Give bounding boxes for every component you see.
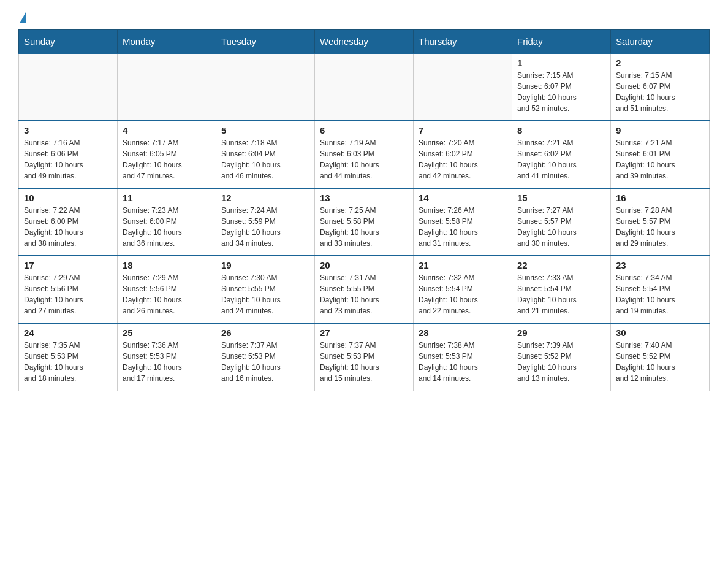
day-number: 12 — [221, 193, 309, 203]
day-info: Sunrise: 7:24 AM Sunset: 5:59 PM Dayligh… — [221, 205, 309, 249]
weekday-header-sunday: Sunday — [19, 30, 118, 54]
logo-triangle-icon — [20, 12, 26, 23]
calendar-cell-3: 3Sunrise: 7:16 AM Sunset: 6:06 PM Daylig… — [19, 121, 118, 188]
day-info: Sunrise: 7:23 AM Sunset: 6:00 PM Dayligh… — [123, 205, 211, 249]
day-info: Sunrise: 7:29 AM Sunset: 5:56 PM Dayligh… — [24, 272, 112, 316]
calendar-cell-25: 25Sunrise: 7:36 AM Sunset: 5:53 PM Dayli… — [118, 323, 216, 391]
day-info: Sunrise: 7:17 AM Sunset: 6:05 PM Dayligh… — [123, 137, 211, 182]
calendar-cell-12: 12Sunrise: 7:24 AM Sunset: 5:59 PM Dayli… — [216, 188, 315, 256]
page-header — [18, 12, 710, 23]
calendar-cell-empty — [414, 53, 512, 121]
calendar-cell-5: 5Sunrise: 7:18 AM Sunset: 6:04 PM Daylig… — [216, 121, 315, 188]
calendar-cell-23: 23Sunrise: 7:34 AM Sunset: 5:54 PM Dayli… — [611, 256, 710, 323]
day-info: Sunrise: 7:30 AM Sunset: 5:55 PM Dayligh… — [221, 272, 309, 316]
day-info: Sunrise: 7:34 AM Sunset: 5:54 PM Dayligh… — [616, 272, 704, 316]
day-info: Sunrise: 7:22 AM Sunset: 6:00 PM Dayligh… — [24, 205, 112, 249]
day-number: 14 — [419, 193, 507, 203]
day-info: Sunrise: 7:37 AM Sunset: 5:53 PM Dayligh… — [320, 340, 408, 384]
day-number: 22 — [517, 260, 605, 270]
calendar-cell-4: 4Sunrise: 7:17 AM Sunset: 6:05 PM Daylig… — [118, 121, 216, 188]
day-number: 20 — [320, 260, 408, 270]
day-info: Sunrise: 7:15 AM Sunset: 6:07 PM Dayligh… — [517, 70, 605, 114]
day-info: Sunrise: 7:27 AM Sunset: 5:57 PM Dayligh… — [517, 205, 605, 249]
day-number: 6 — [320, 125, 408, 136]
day-number: 4 — [123, 125, 211, 136]
day-number: 13 — [320, 193, 408, 203]
day-info: Sunrise: 7:15 AM Sunset: 6:07 PM Dayligh… — [616, 70, 704, 114]
calendar-cell-2: 2Sunrise: 7:15 AM Sunset: 6:07 PM Daylig… — [611, 53, 710, 121]
day-info: Sunrise: 7:21 AM Sunset: 6:01 PM Dayligh… — [616, 137, 704, 182]
week-row-3: 17Sunrise: 7:29 AM Sunset: 5:56 PM Dayli… — [19, 256, 710, 323]
day-number: 29 — [517, 327, 605, 338]
weekday-header-friday: Friday — [512, 30, 611, 54]
calendar-cell-21: 21Sunrise: 7:32 AM Sunset: 5:54 PM Dayli… — [414, 256, 512, 323]
day-info: Sunrise: 7:32 AM Sunset: 5:54 PM Dayligh… — [419, 272, 507, 316]
week-row-1: 3Sunrise: 7:16 AM Sunset: 6:06 PM Daylig… — [19, 121, 710, 188]
day-number: 27 — [320, 327, 408, 338]
day-number: 9 — [616, 125, 704, 136]
day-info: Sunrise: 7:40 AM Sunset: 5:52 PM Dayligh… — [616, 340, 704, 384]
day-number: 3 — [24, 125, 112, 136]
day-number: 18 — [123, 260, 211, 270]
calendar-cell-24: 24Sunrise: 7:35 AM Sunset: 5:53 PM Dayli… — [19, 323, 118, 391]
day-info: Sunrise: 7:33 AM Sunset: 5:54 PM Dayligh… — [517, 272, 605, 316]
day-number: 2 — [616, 58, 704, 68]
calendar-cell-22: 22Sunrise: 7:33 AM Sunset: 5:54 PM Dayli… — [512, 256, 611, 323]
calendar-cell-11: 11Sunrise: 7:23 AM Sunset: 6:00 PM Dayli… — [118, 188, 216, 256]
day-number: 28 — [419, 327, 507, 338]
calendar-cell-30: 30Sunrise: 7:40 AM Sunset: 5:52 PM Dayli… — [611, 323, 710, 391]
day-number: 5 — [221, 125, 309, 136]
day-info: Sunrise: 7:29 AM Sunset: 5:56 PM Dayligh… — [123, 272, 211, 316]
week-row-0: 1Sunrise: 7:15 AM Sunset: 6:07 PM Daylig… — [19, 53, 710, 121]
calendar-cell-empty — [118, 53, 216, 121]
day-number: 19 — [221, 260, 309, 270]
calendar-cell-empty — [315, 53, 414, 121]
calendar-cell-16: 16Sunrise: 7:28 AM Sunset: 5:57 PM Dayli… — [611, 188, 710, 256]
day-number: 1 — [517, 58, 605, 68]
day-info: Sunrise: 7:16 AM Sunset: 6:06 PM Dayligh… — [24, 137, 112, 182]
calendar-cell-13: 13Sunrise: 7:25 AM Sunset: 5:58 PM Dayli… — [315, 188, 414, 256]
day-info: Sunrise: 7:28 AM Sunset: 5:57 PM Dayligh… — [616, 205, 704, 249]
week-row-4: 24Sunrise: 7:35 AM Sunset: 5:53 PM Dayli… — [19, 323, 710, 391]
week-row-2: 10Sunrise: 7:22 AM Sunset: 6:00 PM Dayli… — [19, 188, 710, 256]
calendar-cell-8: 8Sunrise: 7:21 AM Sunset: 6:02 PM Daylig… — [512, 121, 611, 188]
logo — [18, 12, 26, 23]
day-number: 30 — [616, 327, 704, 338]
calendar-cell-29: 29Sunrise: 7:39 AM Sunset: 5:52 PM Dayli… — [512, 323, 611, 391]
weekday-header-monday: Monday — [118, 30, 216, 54]
day-number: 10 — [24, 193, 112, 203]
calendar-cell-17: 17Sunrise: 7:29 AM Sunset: 5:56 PM Dayli… — [19, 256, 118, 323]
weekday-header-tuesday: Tuesday — [216, 30, 315, 54]
day-number: 23 — [616, 260, 704, 270]
calendar-cell-18: 18Sunrise: 7:29 AM Sunset: 5:56 PM Dayli… — [118, 256, 216, 323]
day-number: 7 — [419, 125, 507, 136]
day-info: Sunrise: 7:38 AM Sunset: 5:53 PM Dayligh… — [419, 340, 507, 384]
calendar-cell-14: 14Sunrise: 7:26 AM Sunset: 5:58 PM Dayli… — [414, 188, 512, 256]
calendar-cell-10: 10Sunrise: 7:22 AM Sunset: 6:00 PM Dayli… — [19, 188, 118, 256]
weekday-header-thursday: Thursday — [414, 30, 512, 54]
day-number: 17 — [24, 260, 112, 270]
weekday-header-saturday: Saturday — [611, 30, 710, 54]
day-number: 26 — [221, 327, 309, 338]
day-number: 25 — [123, 327, 211, 338]
day-info: Sunrise: 7:36 AM Sunset: 5:53 PM Dayligh… — [123, 340, 211, 384]
calendar-cell-1: 1Sunrise: 7:15 AM Sunset: 6:07 PM Daylig… — [512, 53, 611, 121]
day-info: Sunrise: 7:31 AM Sunset: 5:55 PM Dayligh… — [320, 272, 408, 316]
calendar-cell-9: 9Sunrise: 7:21 AM Sunset: 6:01 PM Daylig… — [611, 121, 710, 188]
calendar-cell-15: 15Sunrise: 7:27 AM Sunset: 5:57 PM Dayli… — [512, 188, 611, 256]
day-info: Sunrise: 7:21 AM Sunset: 6:02 PM Dayligh… — [517, 137, 605, 182]
day-number: 21 — [419, 260, 507, 270]
day-info: Sunrise: 7:39 AM Sunset: 5:52 PM Dayligh… — [517, 340, 605, 384]
day-info: Sunrise: 7:20 AM Sunset: 6:02 PM Dayligh… — [419, 137, 507, 182]
calendar-cell-20: 20Sunrise: 7:31 AM Sunset: 5:55 PM Dayli… — [315, 256, 414, 323]
day-number: 15 — [517, 193, 605, 203]
calendar-cell-28: 28Sunrise: 7:38 AM Sunset: 5:53 PM Dayli… — [414, 323, 512, 391]
calendar-table: SundayMondayTuesdayWednesdayThursdayFrid… — [18, 29, 710, 391]
day-number: 8 — [517, 125, 605, 136]
day-number: 24 — [24, 327, 112, 338]
day-info: Sunrise: 7:25 AM Sunset: 5:58 PM Dayligh… — [320, 205, 408, 249]
weekday-header-wednesday: Wednesday — [315, 30, 414, 54]
calendar-cell-6: 6Sunrise: 7:19 AM Sunset: 6:03 PM Daylig… — [315, 121, 414, 188]
day-info: Sunrise: 7:18 AM Sunset: 6:04 PM Dayligh… — [221, 137, 309, 182]
calendar-cell-26: 26Sunrise: 7:37 AM Sunset: 5:53 PM Dayli… — [216, 323, 315, 391]
